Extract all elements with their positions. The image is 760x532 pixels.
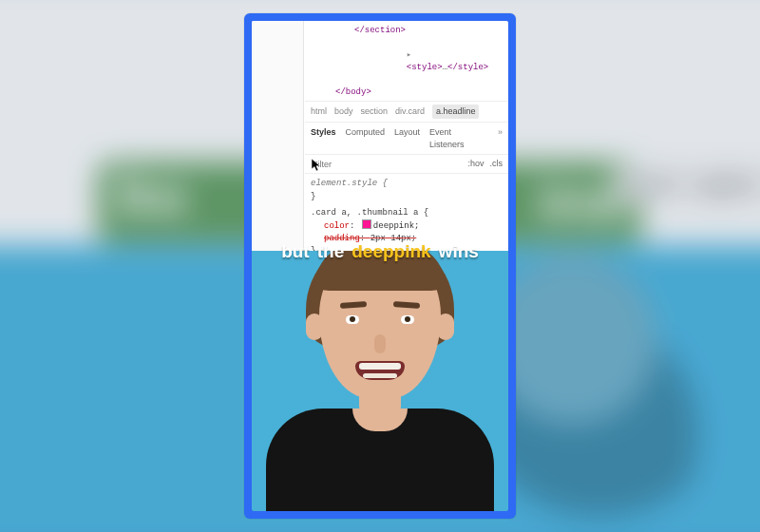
caption-word-the: the xyxy=(317,241,345,262)
hov-toggle[interactable]: :hov xyxy=(467,158,484,170)
devtools-gutter xyxy=(252,21,304,251)
presenter-nose xyxy=(374,334,386,353)
video-caption: but the deeppink wins xyxy=(281,241,479,262)
tab-layout[interactable]: Layout xyxy=(394,126,420,151)
tab-computed[interactable]: Computed xyxy=(346,126,386,151)
caption-word-wins: wins xyxy=(439,241,479,262)
tabs-overflow-icon[interactable]: » xyxy=(498,126,503,151)
dom-body-close[interactable]: </body> xyxy=(335,87,371,97)
styles-filter-bar: :hov .cls xyxy=(305,155,508,174)
element-style-close: } xyxy=(311,192,315,201)
styles-tabs: Styles Computed Layout Event Listeners » xyxy=(305,123,508,155)
dom-expand-toggle[interactable]: ▸ xyxy=(407,50,411,60)
breadcrumb-aheadline[interactable]: a.headline xyxy=(432,104,480,119)
mouse-cursor-icon xyxy=(312,159,321,172)
devtools-panel: </section> ▸ <style>…</style> </body> ht… xyxy=(252,21,508,251)
dom-breadcrumb[interactable]: html body section div.card a.headline xyxy=(305,101,508,123)
presenter-teeth-upper xyxy=(359,363,401,370)
breadcrumb-body[interactable]: body xyxy=(334,105,353,118)
vertical-video-inner: </section> ▸ <style>…</style> </body> ht… xyxy=(252,21,508,511)
presenter-eye-right xyxy=(401,315,414,324)
dom-tree[interactable]: </section> ▸ <style>…</style> </body> xyxy=(305,21,508,101)
bg-user-agent-label: user agen xyxy=(614,167,760,204)
breadcrumb-section[interactable]: section xyxy=(361,105,389,118)
presenter-teeth-lower xyxy=(363,373,397,378)
rule-card-a-selector[interactable]: .card a, .thumbnail a { xyxy=(311,207,503,219)
webcam-video xyxy=(252,251,508,511)
element-style-selector[interactable]: element.style { xyxy=(311,179,388,188)
presenter-figure xyxy=(271,251,489,511)
breadcrumb-html[interactable]: html xyxy=(311,105,327,118)
caption-word-deeppink: deeppink xyxy=(352,241,430,262)
bg-caption-left: bu xyxy=(98,157,206,232)
dom-style-close[interactable]: </style> xyxy=(447,63,488,72)
screenshot-stage: bu ins user agen </section> ▸ <style>…</… xyxy=(0,0,760,532)
dom-style-open[interactable]: <style> xyxy=(407,63,443,72)
prop-name-color: color xyxy=(324,221,350,231)
tab-styles[interactable]: Styles xyxy=(311,126,336,151)
cls-toggle[interactable]: .cls xyxy=(490,158,504,170)
dom-line-section-close[interactable]: </section> xyxy=(354,26,406,35)
tab-event-listeners[interactable]: Event Listeners xyxy=(429,126,488,151)
breadcrumb-divcard[interactable]: div.card xyxy=(395,105,425,118)
styles-filter-input[interactable] xyxy=(311,159,409,170)
vertical-video-frame: </section> ▸ <style>…</style> </body> ht… xyxy=(244,13,516,519)
color-swatch-deeppink[interactable] xyxy=(362,219,371,229)
rule-card-a-color[interactable]: color: deeppink; xyxy=(311,219,503,233)
presenter-eye-left xyxy=(346,315,359,324)
caption-word-but: but xyxy=(281,241,310,262)
prop-val-deeppink: deeppink xyxy=(373,221,414,231)
